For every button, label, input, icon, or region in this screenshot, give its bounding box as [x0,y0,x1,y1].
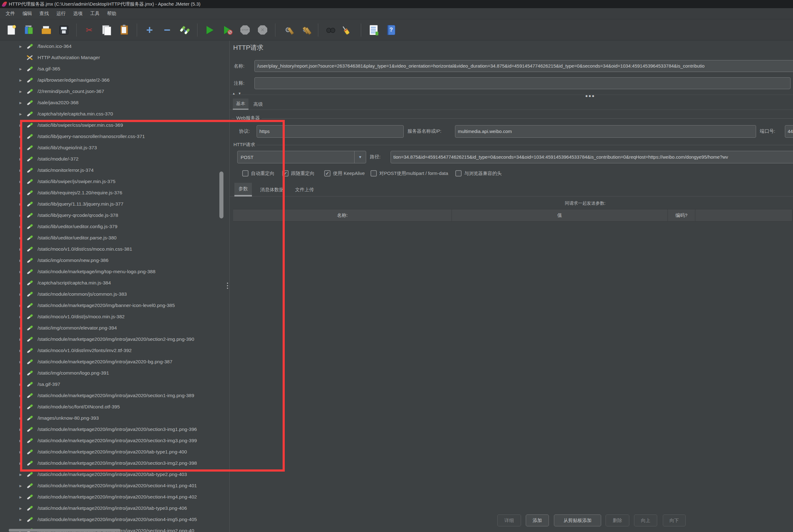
expand-arrow-icon[interactable]: ▶ [19,326,24,330]
tree-item[interactable]: ▶/static/module/marketpage/img/top-menu-… [0,266,225,277]
expand-arrow-icon[interactable]: ▶ [19,214,24,217]
tree-item[interactable]: ▶/static/module/common/js/common.js-383 [0,288,225,300]
clear-search-icon[interactable] [343,25,354,35]
tree-item[interactable]: HTTP Authorization Manager [0,52,225,63]
expand-arrow-icon[interactable]: ▶ [19,349,24,353]
expand-arrow-icon[interactable]: ▶ [19,90,24,93]
comment-input[interactable] [254,77,791,89]
menu-item[interactable]: 运行 [53,8,70,19]
start-no-timers-icon[interactable] [222,25,233,35]
tree-item[interactable]: ▶/static/lib/jquery-qrcode/qrcode.js-378 [0,210,225,221]
checkbox-unchecked-icon[interactable] [242,170,248,176]
expand-arrow-icon[interactable]: ▶ [19,112,24,116]
tree-item[interactable]: ▶/static/monitor/error.js-374 [0,165,225,176]
checkbox-option[interactable]: ✓跟随重定向 [282,170,315,176]
tab-body-data[interactable]: 消息体数据 [256,183,288,196]
tree-item[interactable]: ▶/static/module/marketpage2020/img/banne… [0,300,225,311]
tree-item[interactable]: ▶/static/lib/jquery/1.11.3/jquery.min.js… [0,198,225,210]
delete-button[interactable]: 删除 [606,514,629,526]
menu-item[interactable]: 工具 [87,8,103,19]
tree-item[interactable]: ▶/static/lib/swiper/js/swiper.min.js-375 [0,176,225,187]
tree-item[interactable]: ▶/static/lib/requirejs/2.1.20/require.js… [0,187,225,198]
expand-arrow-icon[interactable]: ▶ [19,484,24,488]
tab-parameters[interactable]: 参数 [234,183,252,196]
open-file-icon[interactable] [41,25,52,35]
tree-item[interactable]: ▶/static/module/sc/font/DINcond.otf-395 [0,401,225,413]
expand-arrow-icon[interactable]: ▶ [19,495,24,499]
down-button[interactable]: 向下 [663,514,686,526]
panel-splitter-handle-icon[interactable] [226,283,229,289]
tree-item[interactable]: ▶/static/module/marketpage2020/img/intro… [0,390,225,401]
expand-arrow-icon[interactable]: ▶ [19,259,24,262]
expand-arrow-icon[interactable]: ▶ [19,180,24,183]
stop-icon[interactable]: STOP [240,25,250,35]
tree-item[interactable]: ▶/static/lib/ueditor/ueditor.config.js-3… [0,221,225,232]
name-input[interactable]: /user/play_history/report.json?source=26… [254,60,793,72]
tree-item[interactable]: ▶/static/module/marketpage2020/img/intro… [0,334,225,345]
expand-arrow-icon[interactable]: ▶ [19,372,24,375]
toggle-icon[interactable]: ↘ [179,25,190,35]
tab-basic[interactable]: 基本 [233,99,248,110]
column-header[interactable]: 编码? [668,209,695,221]
tree-item[interactable]: ▶/images/unknow-80.png-393 [0,413,225,424]
path-input[interactable]: tion=34.875&id=4591454774626215&id_type=… [391,151,793,163]
checkbox-option[interactable]: 与浏览器兼容的头 [455,170,502,176]
expand-arrow-icon[interactable]: ▶ [19,417,24,420]
tree-item[interactable]: ▶/static/lib/ueditor/ueditor.parse.js-38… [0,232,225,244]
expand-arrow-icon[interactable]: ▶ [19,101,24,104]
menu-item[interactable]: 选项 [70,8,87,19]
expand-arrow-icon[interactable]: ▶ [19,450,24,454]
expand-arrow-icon[interactable]: ▶ [19,124,24,127]
copy-icon[interactable] [101,25,112,35]
checkbox-unchecked-icon[interactable] [371,170,377,176]
tree-item[interactable]: ▶/static/moco/v1.0/dist/css/moco.min.css… [0,244,225,255]
tree-item[interactable]: ▶/api/browser/edge/navigate/2-366 [0,75,225,86]
expand-arrow-icon[interactable]: ▶ [19,473,24,476]
expand-arrow-icon[interactable]: ▶ [19,191,24,195]
tree-item[interactable]: ▶/2/remind/push_count.json-367 [0,86,225,97]
search-icon[interactable] [325,25,336,35]
checkbox-option[interactable]: 自动重定向 [242,170,275,176]
tree-item[interactable]: ▶/static/img/common/elevator.png-394 [0,322,225,334]
expand-arrow-icon[interactable]: ▶ [19,304,24,307]
expand-arrow-icon[interactable]: ▶ [19,394,24,397]
column-header[interactable]: 名称: [233,209,452,221]
remove-icon[interactable]: − [162,25,172,35]
menu-item[interactable]: 帮助 [103,8,120,19]
add-from-clipboard-button[interactable]: 从剪贴板添加 [554,514,601,526]
tree-item[interactable]: ▶/static/module/marketpage2020/img/intro… [0,480,225,491]
paste-icon[interactable] [119,25,130,35]
expand-arrow-icon[interactable]: ▶ [19,360,24,364]
expand-arrow-icon[interactable]: ▶ [19,270,24,273]
protocol-input[interactable]: https [257,125,404,138]
tree-item[interactable]: ▶/static/module/marketpage2020/img/intro… [0,469,225,480]
expand-arrow-icon[interactable]: ▶ [19,169,24,172]
expand-arrow-icon[interactable]: ▶ [19,236,24,240]
tree-item[interactable]: ▶/static/module/marketpage2020/img/intro… [0,514,225,525]
tree-item[interactable]: ▶/static/moco/v1.0/dist/imv2fonts/imv2.t… [0,345,225,356]
tree-item[interactable]: ▶/sale/java2020-368 [0,97,225,108]
tree-item[interactable]: ▶/static/module/marketpage2020/img/intro… [0,446,225,457]
expand-arrow-icon[interactable]: ▶ [19,225,24,228]
new-file-icon[interactable] [6,25,17,35]
clear-icon[interactable]: ⚙ [283,25,293,35]
tree-item[interactable]: ▶/captcha/script/captcha.min.js-384 [0,277,225,288]
expand-arrow-icon[interactable]: ▶ [19,461,24,465]
tree-vertical-scrollbar[interactable] [220,171,223,218]
expand-arrow-icon[interactable]: ▶ [19,507,24,510]
tree-item[interactable]: ▶/static/module/-372 [0,153,225,165]
expand-arrow-icon[interactable]: ▶ [19,135,24,138]
clear-all-icon[interactable]: ⚙ [300,25,311,35]
server-input[interactable]: multimedia.api.weibo.com [455,125,756,138]
tree-item[interactable]: ▶/static/img/common/new.png-386 [0,255,225,266]
column-header[interactable]: 值 [452,209,668,221]
tree-item[interactable]: ▶/captcha/style/captcha.min.css-370 [0,108,225,119]
tab-advanced[interactable]: 高级 [250,99,267,110]
column-header[interactable] [695,209,792,221]
add-button[interactable]: 添加 [526,514,549,526]
up-button[interactable]: 向上 [634,514,657,526]
tree-item[interactable]: ▶/static/moco/v1.0/dist/js/moco.min.js-3… [0,311,225,322]
expand-arrow-icon[interactable]: ▶ [19,518,24,521]
checkbox-checked-icon[interactable]: ✓ [282,170,288,176]
checkbox-option[interactable]: ✓使用 KeepAlive [324,170,365,176]
